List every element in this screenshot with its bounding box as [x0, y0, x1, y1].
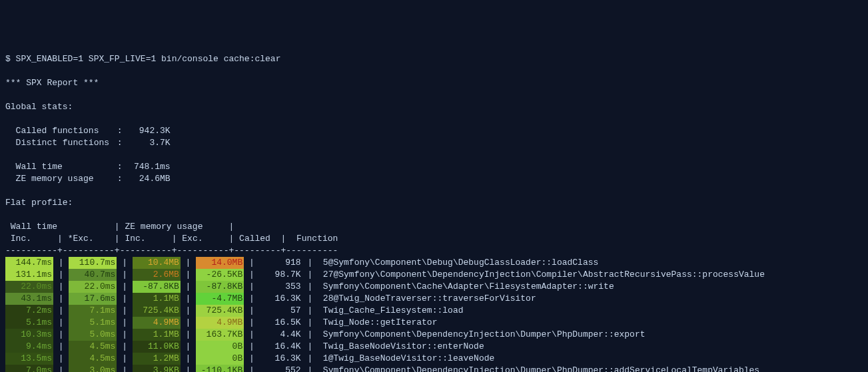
cell-function: Symfony\Component\DependencyInjection\Du… [323, 329, 646, 339]
cell-minc: 4.9MB [133, 317, 181, 329]
table-row: 13.5ms | 4.5ms | 1.2MB | 0B | 16.3K | 1@… [5, 353, 863, 365]
cell-function: Twig_Cache_Filesystem::load [323, 305, 464, 315]
cell-function: 27@Symfony\Component\DependencyInjection… [323, 270, 765, 279]
cell-function: 5@Symfony\Component\Debug\DebugClassLoad… [323, 258, 598, 268]
header-row-1: Wall time | ZE memory usage | [5, 222, 234, 232]
cell-mexc: 0B [196, 353, 244, 365]
cell-function: Symfony\Component\DependencyInjection\Du… [323, 365, 759, 372]
cell-minc: 1.2MB [133, 353, 181, 365]
cell-inc: 131.1ms [5, 269, 53, 281]
stat-zemem-value: 24.6MB [123, 173, 171, 185]
profile-table-body: 144.7ms | 110.7ms | 10.4MB | 14.0MB | 91… [5, 257, 863, 372]
cell-exc: 5.0ms [69, 329, 117, 341]
table-row: 131.1ms | 40.7ms | 2.6MB | -26.5KB | 98.… [5, 269, 863, 281]
cell-minc: 1.1MB [133, 293, 181, 305]
table-row: 5.1ms | 5.1ms | 4.9MB | 4.9MB | 16.5K | … [5, 317, 863, 329]
terminal-output: $ SPX_ENABLED=1 SPX_FP_LIVE=1 bin/consol… [5, 41, 863, 372]
cell-exc: 40.7ms [69, 269, 117, 281]
cell-exc: 7.1ms [69, 305, 117, 317]
cell-called: 4.4K [260, 329, 302, 341]
flat-profile-heading: Flat profile: [5, 198, 73, 208]
cell-mexc: 725.4KB [196, 305, 244, 317]
cell-exc: 4.5ms [69, 341, 117, 353]
table-row: 10.3ms | 5.0ms | 1.1MB | 163.7KB | 4.4K … [5, 329, 863, 341]
cell-exc: 110.7ms [69, 257, 117, 269]
cell-exc: 5.1ms [69, 317, 117, 329]
cell-called: 16.3K [260, 293, 302, 305]
cell-exc: 22.0ms [69, 281, 117, 293]
cell-minc: 3.9KB [133, 365, 181, 372]
cell-called: 918 [260, 257, 302, 269]
cell-mexc: 0B [196, 341, 244, 353]
prompt-symbol: $ [5, 54, 16, 64]
table-row: 9.4ms | 4.5ms | 11.0KB | 0B | 16.4K | Tw… [5, 341, 863, 353]
cell-inc: 7.2ms [5, 305, 53, 317]
cell-minc: 2.6MB [133, 269, 181, 281]
divider: ----------+----------+----------+-------… [5, 246, 338, 256]
cell-called: 16.3K [260, 353, 302, 365]
prompt-line: $ SPX_ENABLED=1 SPX_FP_LIVE=1 bin/consol… [5, 54, 280, 64]
cell-called: 16.5K [260, 317, 302, 329]
cell-function: Twig_Node::getIterator [323, 317, 438, 327]
cell-mexc: -26.5KB [196, 269, 244, 281]
stat-distinct-fn-label: Distinct functions [16, 137, 117, 149]
cell-minc: 725.4KB [133, 305, 181, 317]
cell-inc: 10.3ms [5, 329, 53, 341]
cell-called: 98.7K [260, 269, 302, 281]
cell-inc: 7.0ms [5, 365, 53, 372]
stat-called-fn-value: 942.3K [123, 125, 171, 137]
cell-called: 353 [260, 281, 302, 293]
cell-function: Twig_BaseNodeVisitor::enterNode [323, 341, 484, 351]
table-row: 144.7ms | 110.7ms | 10.4MB | 14.0MB | 91… [5, 257, 863, 269]
cell-inc: 9.4ms [5, 341, 53, 353]
cell-inc: 144.7ms [5, 257, 53, 269]
cell-mexc: 14.0MB [196, 257, 244, 269]
stat-zemem-label: ZE memory usage [16, 173, 117, 185]
stat-walltime-value: 748.1ms [123, 161, 171, 173]
command-text: SPX_ENABLED=1 SPX_FP_LIVE=1 bin/console … [16, 54, 281, 64]
cell-minc: 11.0KB [133, 341, 181, 353]
report-title: *** SPX Report *** [5, 78, 99, 88]
cell-minc: -87.8KB [133, 281, 181, 293]
cell-inc: 5.1ms [5, 317, 53, 329]
cell-inc: 43.1ms [5, 293, 53, 305]
cell-mexc: 163.7KB [196, 329, 244, 341]
cell-called: 552 [260, 365, 302, 372]
cell-function: 28@Twig_NodeTraverser::traverseForVisito… [323, 293, 536, 303]
cell-called: 57 [260, 305, 302, 317]
cell-exc: 4.5ms [69, 353, 117, 365]
cell-mexc: -110.1KB [196, 365, 244, 372]
cell-inc: 22.0ms [5, 281, 53, 293]
stat-called-fn-label: Called functions [16, 125, 117, 137]
stat-distinct-fn-value: 3.7K [123, 137, 171, 149]
cell-mexc: -4.7MB [196, 293, 244, 305]
cell-exc: 3.0ms [69, 365, 117, 372]
cell-inc: 13.5ms [5, 353, 53, 365]
cell-mexc: 4.9MB [196, 317, 244, 329]
global-stats-heading: Global stats: [5, 102, 73, 112]
table-row: 7.2ms | 7.1ms | 725.4KB | 725.4KB | 57 |… [5, 305, 863, 317]
header-row-2: Inc. | *Exc. | Inc. | Exc. | Called | Fu… [5, 234, 338, 244]
cell-called: 16.4K [260, 341, 302, 353]
cell-mexc: -87.8KB [196, 281, 244, 293]
table-row: 43.1ms | 17.6ms | 1.1MB | -4.7MB | 16.3K… [5, 293, 863, 305]
table-row: 22.0ms | 22.0ms | -87.8KB | -87.8KB | 35… [5, 281, 863, 293]
cell-minc: 1.1MB [133, 329, 181, 341]
cell-exc: 17.6ms [69, 293, 117, 305]
table-row: 7.0ms | 3.0ms | 3.9KB | -110.1KB | 552 |… [5, 365, 863, 372]
cell-function: Symfony\Component\Cache\Adapter\Filesyst… [323, 281, 614, 291]
stat-walltime-label: Wall time [16, 161, 117, 173]
cell-function: 1@Twig_BaseNodeVisitor::leaveNode [323, 353, 494, 363]
cell-minc: 10.4MB [133, 257, 181, 269]
